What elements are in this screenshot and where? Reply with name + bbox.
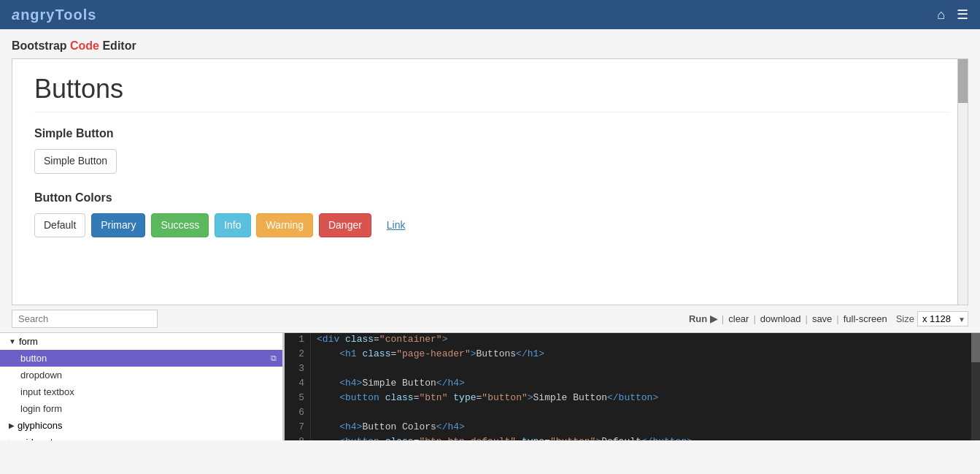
code-line-1: 1 <div class="container"> xyxy=(285,333,980,348)
code-scrollbar[interactable] xyxy=(971,333,980,440)
button-colors-title: Button Colors xyxy=(34,191,950,204)
tree-label-input-textbox: input textbox xyxy=(20,386,74,397)
btn-success[interactable]: Success xyxy=(151,213,209,238)
code-line-8: 8 <button class="btn btn-default" type="… xyxy=(285,435,980,440)
tree-item-input-textbox[interactable]: input textbox xyxy=(0,383,282,400)
preview-section-simple: Simple Button Simple Button xyxy=(34,127,950,174)
tree-label-grid: grid system xyxy=(18,437,66,440)
simple-button[interactable]: Simple Button xyxy=(34,149,117,174)
tree-item-form[interactable]: ▼ form xyxy=(0,333,282,350)
line-num-4: 4 xyxy=(285,377,311,391)
code-line-4: 4 <h4>Simple Button</h4> xyxy=(285,377,980,391)
code-scrollbar-thumb xyxy=(971,333,980,362)
run-icon: ▶ xyxy=(710,313,717,324)
external-link-icon: ⧉ xyxy=(271,353,277,363)
logo-accent: a xyxy=(12,7,20,23)
preview-scrollbar[interactable] xyxy=(957,59,968,305)
tree-item-grid[interactable]: ▶ grid system xyxy=(0,434,282,440)
header: angryTools ⌂ ☰ xyxy=(0,0,980,29)
tree-item-button[interactable]: button ⧉ xyxy=(0,350,282,367)
line-content-5: <button class="btn" type="button">Simple… xyxy=(311,391,664,406)
line-num-6: 6 xyxy=(285,406,311,421)
sep1: | xyxy=(722,313,724,324)
line-content-2: <h1 class="page-header">Buttons</h1> xyxy=(311,348,550,362)
save-button[interactable]: save xyxy=(812,313,832,324)
tree-item-glyphicons[interactable]: ▶ glyphicons xyxy=(0,417,282,434)
expand-icon-glyph: ▶ xyxy=(9,421,15,429)
run-label: Run xyxy=(689,313,707,324)
size-select[interactable]: x 768 x 1024 x 1128 x 1280 x 1440 xyxy=(917,311,968,326)
preview-heading: Buttons xyxy=(34,74,950,112)
title-suffix: Editor xyxy=(99,39,136,52)
sep3: | xyxy=(805,313,807,324)
line-content-3 xyxy=(311,362,323,377)
code-line-3: 3 xyxy=(285,362,980,377)
site-logo[interactable]: angryTools xyxy=(12,7,96,23)
code-line-2: 2 <h1 class="page-header">Buttons</h1> xyxy=(285,348,980,362)
fullscreen-button[interactable]: full-screen xyxy=(844,313,887,324)
menu-icon[interactable]: ☰ xyxy=(957,7,968,23)
tree-label-button: button xyxy=(20,353,47,364)
line-content-7: <h4>Button Colors</h4> xyxy=(311,421,471,435)
simple-button-title: Simple Button xyxy=(34,127,950,140)
code-line-7: 7 <h4>Button Colors</h4> xyxy=(285,421,980,435)
size-label: Size xyxy=(896,313,914,324)
line-num-7: 7 xyxy=(285,421,311,435)
preview-container: Buttons Simple Button Simple Button Butt… xyxy=(12,58,968,305)
line-num-5: 5 xyxy=(285,391,311,406)
logo-text: ngryTools xyxy=(20,7,96,23)
expand-icon: ▼ xyxy=(9,337,16,345)
btn-default[interactable]: Default xyxy=(34,213,85,238)
tree-panel: ▼ form button ⧉ dropdown input textbox l… xyxy=(0,333,285,440)
title-prefix: Bootstrap xyxy=(12,39,70,52)
title-code: Code xyxy=(70,39,99,52)
line-content-8: <button class="btn btn-default" type="bu… xyxy=(311,435,698,440)
header-icons: ⌂ ☰ xyxy=(937,7,968,23)
btn-warning[interactable]: Warning xyxy=(256,213,313,238)
btn-info[interactable]: Info xyxy=(215,213,250,238)
sep2: | xyxy=(753,313,755,324)
size-select-wrapper: x 768 x 1024 x 1128 x 1280 x 1440 ▼ xyxy=(917,311,968,326)
tree-label-form: form xyxy=(19,336,38,347)
line-num-2: 2 xyxy=(285,348,311,362)
tree-item-dropdown[interactable]: dropdown xyxy=(0,367,282,383)
search-input[interactable] xyxy=(12,310,158,328)
clear-button[interactable]: clear xyxy=(728,313,749,324)
run-button[interactable]: Run ▶ xyxy=(689,313,717,324)
line-num-3: 3 xyxy=(285,362,311,377)
toolbar-row: Run ▶ | clear | download | save | full-s… xyxy=(0,305,980,332)
line-content-6 xyxy=(311,406,323,421)
btn-danger[interactable]: Danger xyxy=(319,213,371,238)
code-panel: 1 <div class="container"> 2 <h1 class="p… xyxy=(285,333,980,440)
code-line-6: 6 xyxy=(285,406,980,421)
sep4: | xyxy=(836,313,838,324)
btn-primary[interactable]: Primary xyxy=(91,213,145,238)
tree-label-dropdown: dropdown xyxy=(20,370,62,381)
tree-item-login-form[interactable]: login form xyxy=(0,400,282,417)
bottom-panel: ▼ form button ⧉ dropdown input textbox l… xyxy=(0,332,980,440)
tree-label-login-form: login form xyxy=(20,403,62,414)
code-line-5: 5 <button class="btn" type="button">Simp… xyxy=(285,391,980,406)
tree-label-glyphicons: glyphicons xyxy=(18,420,62,431)
line-content-1: <div class="container"> xyxy=(311,333,454,348)
preview-section-colors: Button Colors Default Primary Success In… xyxy=(34,191,950,238)
preview-content: Buttons Simple Button Simple Button Butt… xyxy=(12,59,968,305)
download-button[interactable]: download xyxy=(760,313,801,324)
expand-icon-grid: ▶ xyxy=(9,438,15,440)
toolbar-actions: Run ▶ | clear | download | save | full-s… xyxy=(689,311,968,326)
line-content-4: <h4>Simple Button</h4> xyxy=(311,377,471,391)
preview-scrollbar-thumb xyxy=(958,59,968,103)
btn-link[interactable]: Link xyxy=(377,213,415,238)
line-num-8: 8 xyxy=(285,435,311,440)
line-num-1: 1 xyxy=(285,333,311,348)
page-title: Bootstrap Code Editor xyxy=(0,29,980,58)
home-icon[interactable]: ⌂ xyxy=(937,7,945,23)
